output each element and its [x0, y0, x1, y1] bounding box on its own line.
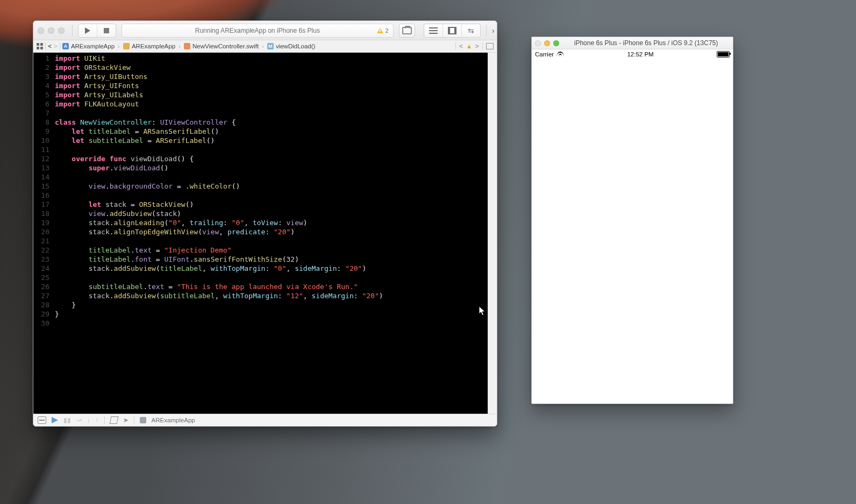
separator	[104, 416, 105, 424]
clock-label: 12:52 PM	[627, 51, 653, 57]
separator	[45, 42, 46, 50]
method-icon: M	[267, 43, 274, 49]
xcode-titlebar: Running ARExampleApp on iPhone 6s Plus 2…	[33, 21, 497, 40]
ios-simulator-window: iPhone 6s Plus - iPhone 6s Plus / iOS 9.…	[531, 37, 733, 404]
stop-icon	[104, 28, 109, 33]
activity-status-text: Running ARExampleApp on iPhone 6s Plus	[195, 27, 320, 34]
folder-icon	[123, 43, 130, 49]
play-icon	[85, 27, 90, 34]
swift-file-icon	[184, 43, 190, 49]
code-editor[interactable]: 1234567891011121314151617181920212223242…	[33, 53, 497, 414]
simulator-title: iPhone 6s Plus - iPhone 6s Plus / iOS 9.…	[562, 39, 730, 47]
chevron-right-icon: ›	[118, 43, 120, 49]
line-number-gutter: 1234567891011121314151617181920212223242…	[33, 53, 52, 414]
separator	[482, 42, 483, 50]
pause-icon[interactable]: ▮▮	[63, 416, 71, 424]
chevron-right-icon: ›	[262, 43, 264, 49]
lines-icon	[429, 30, 438, 31]
simulator-titlebar: iPhone 6s Plus - iPhone 6s Plus / iOS 9.…	[532, 37, 733, 49]
separator	[455, 42, 456, 50]
run-stop-toolbar	[78, 24, 116, 38]
separator	[72, 25, 73, 37]
standard-editor-button[interactable]	[424, 24, 443, 37]
separator	[134, 416, 134, 424]
forward-button[interactable]: >	[54, 42, 58, 50]
separator	[60, 42, 60, 50]
code-content[interactable]: import UIKitimport ORStackViewimport Art…	[52, 53, 488, 414]
wifi-icon	[557, 52, 564, 57]
minimize-icon[interactable]	[544, 40, 550, 46]
minimize-icon[interactable]	[48, 27, 54, 34]
window-traffic-lights[interactable]	[38, 27, 65, 34]
step-out-icon[interactable]: ↑	[96, 417, 99, 423]
warning-dot-icon: ▲	[466, 43, 472, 49]
camera-icon	[402, 27, 412, 34]
breadcrumb-right-controls: < ▲ >	[455, 42, 494, 50]
close-icon[interactable]	[535, 40, 541, 46]
zoom-icon[interactable]	[553, 40, 559, 46]
ios-status-bar: Carrier 12:52 PM	[532, 49, 733, 59]
carrier-label: Carrier	[535, 51, 554, 57]
process-icon	[140, 417, 146, 423]
overlapping-circles-icon	[448, 27, 456, 34]
zoom-icon[interactable]	[58, 27, 65, 34]
breadcrumb[interactable]: < > A ARExampleApp › ARExampleApp › NewV…	[37, 42, 315, 50]
separator	[486, 25, 487, 37]
counterpart-back-button[interactable]: <	[459, 42, 463, 50]
warning-count: 2	[386, 27, 389, 34]
debug-view-icon[interactable]	[109, 416, 118, 424]
snapshot-button[interactable]	[399, 24, 415, 38]
breadcrumb-project[interactable]: ARExampleApp	[71, 43, 115, 49]
show-doc-items-icon[interactable]	[486, 43, 494, 49]
close-icon[interactable]	[38, 27, 44, 34]
desktop-background: Running ARExampleApp on iPhone 6s Plus 2…	[0, 0, 856, 504]
breakpoints-icon[interactable]	[52, 417, 58, 423]
breadcrumb-bar: < > A ARExampleApp › ARExampleApp › NewV…	[33, 40, 497, 53]
warning-icon	[377, 28, 383, 33]
step-over-icon[interactable]: ⤻	[76, 416, 82, 424]
debug-bar: ▮▮ ⤻ ↓ ↑ ➤ ARExampleApp	[33, 414, 497, 426]
xcode-window: Running ARExampleApp on iPhone 6s Plus 2…	[33, 20, 497, 427]
chevron-right-icon: ›	[179, 43, 181, 49]
project-icon: A	[62, 43, 69, 49]
editor-layout-segment: ⇆	[424, 24, 481, 37]
location-icon[interactable]: ➤	[123, 416, 129, 424]
arrows-icon: ⇆	[468, 26, 474, 35]
warning-badge[interactable]: 2	[377, 27, 389, 34]
activity-status-bar[interactable]: Running ARExampleApp on iPhone 6s Plus 2	[122, 24, 394, 38]
breadcrumb-folder[interactable]: ARExampleApp	[132, 43, 175, 49]
vertical-scrollbar[interactable]	[488, 53, 497, 414]
overflow-chevrons-icon[interactable]: ››	[492, 26, 493, 35]
breadcrumb-symbol[interactable]: viewDidLoad()	[276, 43, 316, 49]
toggle-debug-area-icon[interactable]	[38, 416, 46, 424]
stop-button[interactable]	[97, 24, 116, 37]
version-editor-button[interactable]: ⇆	[462, 24, 480, 37]
breadcrumb-file[interactable]: NewViewController.swift	[192, 43, 259, 49]
debug-target-name[interactable]: ARExampleApp	[152, 417, 195, 423]
back-button[interactable]: <	[48, 42, 52, 50]
step-into-icon[interactable]: ↓	[87, 417, 90, 423]
counterpart-forward-button[interactable]: >	[475, 42, 479, 50]
assistant-editor-button[interactable]	[443, 24, 462, 37]
simulator-app-content[interactable]	[532, 59, 733, 404]
run-button[interactable]	[79, 24, 97, 37]
battery-icon	[717, 51, 730, 57]
related-items-icon[interactable]	[37, 43, 43, 49]
